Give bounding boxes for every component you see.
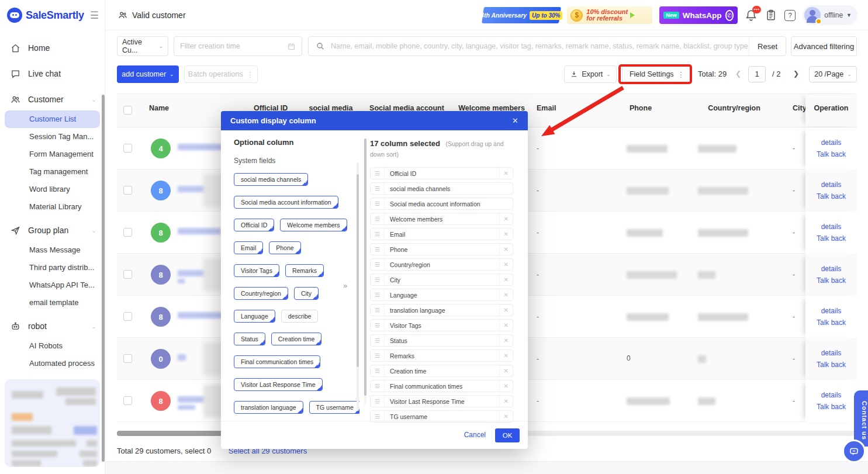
remove-icon[interactable]: ✕ (499, 259, 513, 270)
optional-pane-scrollbar-thumb[interactable] (357, 174, 359, 367)
advanced-filtering-button[interactable]: Advanced filtering (791, 36, 857, 56)
remove-icon[interactable]: ✕ (499, 380, 513, 392)
remove-icon[interactable]: ✕ (499, 335, 513, 346)
details-link[interactable]: details (821, 307, 842, 315)
drag-handle-icon[interactable]: ☰ (371, 305, 385, 316)
remove-icon[interactable]: ✕ (499, 320, 513, 331)
row-checkbox[interactable] (123, 396, 132, 405)
drag-handle-icon[interactable]: ☰ (371, 198, 385, 209)
sidebar-item-mass-message[interactable]: Mass Message (0, 241, 105, 259)
pane-collapse-icon[interactable]: » (343, 281, 347, 290)
segment-select[interactable]: Active Cu... ⌄ (117, 36, 168, 56)
talk-back-link[interactable]: Talk back (817, 361, 846, 369)
page-number-input[interactable]: 1 (748, 66, 766, 82)
details-link[interactable]: details (821, 181, 842, 189)
drag-handle-icon[interactable]: ☰ (371, 396, 385, 407)
sidebar-section-live-chat[interactable]: Live chat (0, 63, 105, 85)
drag-handle-icon[interactable]: ☰ (371, 380, 385, 392)
sidebar-item-form-management[interactable]: Form Management (0, 146, 105, 163)
remove-icon[interactable]: ✕ (499, 274, 513, 285)
sidebar-item-session-tag-man-[interactable]: Session Tag Man... (0, 128, 105, 146)
sidebar-item-word-library[interactable]: Word library (0, 181, 105, 198)
notification-bell-icon[interactable]: ••• (745, 9, 758, 22)
contact-us-tab[interactable]: Contact us (854, 390, 868, 447)
details-link[interactable]: details (821, 392, 842, 399)
drag-handle-icon[interactable]: ☰ (371, 320, 385, 331)
field-settings-button[interactable]: Field Settings ⋮ (622, 65, 692, 83)
remove-icon[interactable]: ✕ (499, 289, 513, 300)
details-link[interactable]: details (821, 223, 842, 231)
prev-page-button[interactable]: ❮ (735, 70, 741, 78)
ok-button[interactable]: OK (495, 428, 520, 442)
remove-icon[interactable]: ✕ (499, 350, 513, 361)
row-checkbox[interactable] (123, 144, 132, 153)
drag-handle-icon[interactable]: ☰ (371, 289, 385, 300)
field-chip-city[interactable]: City (294, 287, 319, 300)
drag-handle-icon[interactable]: ☰ (371, 365, 385, 376)
sidebar-section-customer[interactable]: Customer⌄ (0, 88, 105, 110)
search-input[interactable]: Name, email, mobile phone, country, city… (308, 36, 786, 56)
field-chip-welcome-members[interactable]: Welcome members (280, 219, 347, 231)
clipboard-icon[interactable] (765, 9, 777, 22)
drag-handle-icon[interactable]: ☰ (371, 213, 385, 224)
sidebar-item-material-library[interactable]: Material Library (0, 198, 105, 216)
field-chip-language[interactable]: Language (234, 310, 275, 323)
help-icon[interactable]: ? (784, 10, 796, 21)
creation-time-filter[interactable]: Filter creation time (174, 36, 302, 56)
talk-back-link[interactable]: Talk back (817, 193, 846, 200)
field-chip-official-id[interactable]: Official ID (234, 219, 274, 231)
drag-handle-icon[interactable]: ☰ (371, 335, 385, 346)
sidebar-item-email-template[interactable]: email template (0, 294, 105, 312)
drag-handle-icon[interactable]: ☰ (371, 229, 385, 240)
reset-button[interactable]: Reset (749, 37, 786, 56)
remove-icon[interactable]: ✕ (499, 244, 513, 255)
remove-icon[interactable]: ✕ (499, 305, 513, 316)
close-icon[interactable]: ✕ (512, 116, 518, 125)
export-button[interactable]: Export ⌄ (564, 65, 617, 83)
talk-back-link[interactable]: Talk back (817, 277, 846, 285)
sidebar-item-tag-management[interactable]: Tag management (0, 163, 105, 181)
field-chip-status[interactable]: Status (234, 333, 265, 345)
talk-back-link[interactable]: Talk back (817, 235, 846, 243)
row-checkbox[interactable] (123, 186, 132, 195)
remove-icon[interactable]: ✕ (499, 213, 513, 224)
sidebar-scrollbar[interactable] (102, 95, 105, 462)
sidebar-item-customer-list[interactable]: Customer List (5, 110, 100, 128)
talk-back-link[interactable]: Talk back (817, 319, 846, 327)
field-chip-social-media-account-information[interactable]: Social media account information (234, 196, 338, 209)
remove-icon[interactable]: ✕ (499, 396, 513, 407)
row-checkbox[interactable] (123, 270, 132, 279)
field-chip-tg-username[interactable]: TG username (309, 401, 359, 414)
sidebar-section-home[interactable]: Home (0, 37, 105, 59)
drag-handle-icon[interactable]: ☰ (371, 350, 385, 361)
next-page-button[interactable]: ❯ (793, 70, 799, 78)
anniversary-banner[interactable]: 4th Anniversary Up to 30% (483, 7, 560, 23)
sidebar-item-whatsapp-api-te-[interactable]: WhatsApp API Te... (0, 276, 105, 294)
field-chip-social-media-channels[interactable]: social media channels (234, 173, 308, 186)
profile-widget[interactable]: offline ▼ (803, 5, 857, 25)
talk-back-link[interactable]: Talk back (817, 403, 846, 411)
sidebar-item-ai-robots[interactable]: AI Robots (0, 337, 105, 355)
field-chip-visitor-tags[interactable]: Visitor Tags (234, 264, 279, 277)
contact-chat-bubble[interactable] (842, 440, 866, 463)
row-checkbox[interactable] (123, 228, 132, 237)
field-chip-phone[interactable]: Phone (269, 241, 300, 254)
sidebar-item-automated-process[interactable]: Automated process (0, 355, 105, 372)
drag-handle-icon[interactable]: ☰ (371, 244, 385, 255)
row-checkbox[interactable] (123, 312, 132, 321)
field-chip-remarks[interactable]: Remarks (285, 264, 324, 277)
select-all-checkbox[interactable] (123, 106, 132, 115)
field-chip-country-region[interactable]: Country/region (234, 287, 288, 300)
add-customer-button[interactable]: add customer ⌄ (117, 65, 179, 83)
field-chip-translation-language[interactable]: translation language (234, 401, 303, 414)
field-chip-email[interactable]: Email (234, 241, 263, 254)
sidebar-section-robot[interactable]: robot⌄ (0, 315, 105, 337)
field-chip-creation-time[interactable]: Creation time (271, 333, 321, 345)
menu-icon[interactable]: ☰ (90, 9, 99, 22)
row-checkbox[interactable] (123, 354, 132, 363)
whatsapp-banner[interactable]: New WhatsApp ✆ (659, 6, 738, 24)
sidebar-item-third-party-distrib-[interactable]: Third party distrib... (0, 259, 105, 276)
drag-handle-icon[interactable]: ☰ (371, 274, 385, 285)
per-page-select[interactable]: 20 /Page ⌄ (809, 66, 857, 82)
details-link[interactable]: details (821, 350, 842, 357)
